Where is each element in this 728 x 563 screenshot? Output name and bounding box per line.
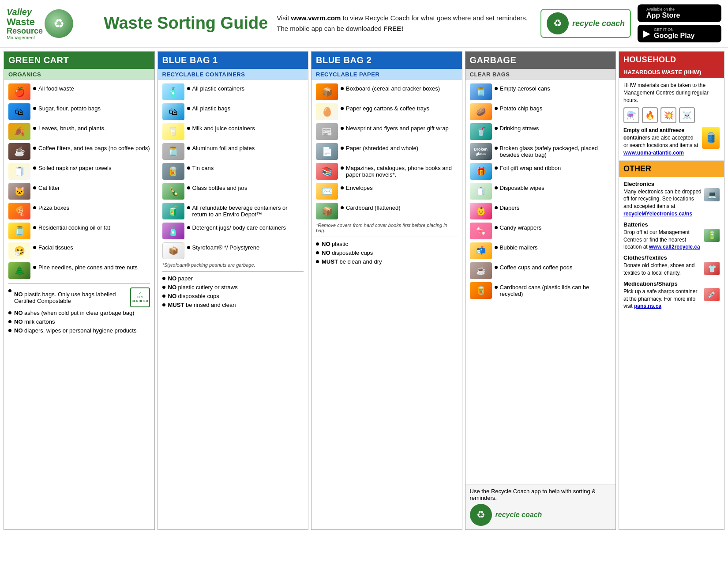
- foil-gift-icon: 🎁: [470, 163, 492, 180]
- detergent-icon: 🧴: [162, 223, 184, 239]
- chip-bag-icon: 🥔: [470, 103, 492, 120]
- list-item: 🍾 Glass bottles and jars: [162, 183, 304, 200]
- styro-icon: 📦: [162, 242, 184, 259]
- bullet: [341, 107, 344, 110]
- rc-footer-logo: ♻ recycle coach: [470, 504, 612, 526]
- blue-bag1-body: 🧴 All plastic containers 🛍 All plastic b…: [158, 80, 308, 529]
- batteries-text: Drop off at our Management Centres or fi…: [623, 229, 702, 251]
- hhw-other-column: HOUSEHOLD HAZARDOUS WASTE (HHW) HHW mate…: [619, 51, 724, 530]
- item-text: Bubble mailers: [500, 244, 538, 251]
- no-item: NO ashes (when cold put in clear garbage…: [8, 310, 150, 316]
- list-item: 🍕 Pizza boxes: [8, 203, 150, 219]
- no-item-text: NO ashes (when cold put in clear garbage…: [14, 310, 134, 316]
- rc-footer-icon: ♻: [470, 504, 492, 526]
- logo-waste: Waste: [7, 17, 43, 27]
- item-text: Pine needles, pine cones and tree nuts: [38, 264, 138, 271]
- bullet: [33, 166, 36, 170]
- item-text: Cat litter: [38, 185, 60, 191]
- list-item: 🫙 Aluminum foil and plates: [162, 143, 304, 160]
- list-item: ☕ Coffee cups and coffee pods: [470, 262, 612, 279]
- app-store-button[interactable]: Available on the App Store: [638, 4, 721, 22]
- hhw-body-text: HHW materials can be taken to the Manage…: [623, 82, 720, 104]
- tin-icon: 🥫: [162, 163, 184, 180]
- item-text: Coffee cups and coffee pods: [500, 264, 573, 271]
- straw-icon: 🥤: [470, 123, 492, 140]
- hhw-symbols-row: ⚗️ 🔥 💥 ☠️: [623, 107, 720, 123]
- item-text: Cardboard cans (plastic lids can be recy…: [500, 284, 612, 297]
- item-text: Styrofoam® */ Polystyrene: [192, 244, 260, 251]
- electronics-icon: 💻: [704, 188, 720, 201]
- blue-bag2-list: 📦 Boxboard (cereal and cracker boxes) 🥚 …: [316, 83, 458, 219]
- no-item-text: MUST be clean and dry: [322, 258, 382, 265]
- item-text: Leaves, brush, and plants.: [38, 125, 106, 132]
- green-cart-column: GREEN CART ORGANICS 🍎 All food waste 🛍: [4, 51, 155, 530]
- other-header: OTHER: [619, 161, 724, 177]
- garbage-body: 🫙 Empty aerosol cans 🥔 Potato chip bags …: [465, 80, 616, 484]
- no-item: MUST be rinsed and clean: [162, 302, 304, 308]
- bullet: [495, 246, 498, 249]
- blue2-note: *Remove covers from hard cover books fir…: [316, 223, 458, 233]
- aerosol-icon: 🫙: [470, 83, 492, 100]
- blue1-note: *Styrofoam® packing peanuts are garbage.: [162, 262, 304, 268]
- box-icon: 📦: [316, 83, 338, 100]
- list-item: 👶 Diapers: [470, 203, 612, 219]
- bullet: [187, 246, 190, 249]
- batteries-label: Batteries: [623, 221, 720, 228]
- milk-icon: 🥛: [162, 123, 184, 140]
- bullet: [495, 147, 498, 150]
- bullet: [495, 127, 498, 130]
- item-text: Empty aerosol cans: [500, 85, 550, 92]
- foil-icon: 🫙: [162, 143, 184, 160]
- electronics-link[interactable]: recycleMYelectronics.ca/ns: [623, 211, 692, 217]
- electronics-text: Many electronics can be dropped off for …: [623, 188, 702, 218]
- garbage-header: GARBAGE: [465, 52, 616, 69]
- medications-link[interactable]: pans.ns.ca: [634, 303, 661, 309]
- batteries-category: Batteries Drop off at our Management Cen…: [623, 221, 720, 251]
- bullet: [33, 266, 36, 269]
- pine-icon: 🌲: [8, 262, 30, 279]
- green-cart-list: 🍎 All food waste 🛍 Sugar, flour, potato …: [8, 83, 150, 279]
- item-text: Tin cans: [192, 165, 214, 171]
- no-item-text: NO plastic: [322, 241, 348, 247]
- no-item-text: NO plastic bags. Only use bags labelled …: [14, 291, 127, 304]
- list-item: 🫙 Empty aerosol cans: [470, 83, 612, 100]
- bullet: [187, 226, 190, 229]
- bullet: [8, 311, 11, 314]
- logo-area: Valley Waste Resource Management ♻: [7, 7, 99, 40]
- bullet: [341, 87, 344, 90]
- list-item: 🥫 Cardboard cans (plastic lids can be re…: [470, 282, 612, 299]
- blue-bag1-subtitle: RECYCLABLE CONTAINERS: [162, 71, 304, 78]
- list-item: 🥔 Potato chip bags: [470, 103, 612, 120]
- no-item: NO disposable cups: [316, 249, 458, 256]
- electronics-category: Electronics Many electronics can be drop…: [623, 181, 720, 218]
- other-body: Electronics Many electronics can be drop…: [619, 177, 724, 529]
- bullet: [187, 186, 190, 189]
- list-item: ☕ Coffee filters, and tea bags (no coffe…: [8, 143, 150, 160]
- hhw-subtitle: HAZARDOUS WASTE (HHW): [623, 69, 720, 76]
- logo-circle-icon: ♻: [45, 9, 73, 38]
- medications-category: Medications/Sharps Pick up a safe sharps…: [623, 280, 720, 310]
- bullet: [495, 206, 498, 209]
- hhw-link[interactable]: www.uoma-atlantic.com: [623, 150, 684, 156]
- website-link[interactable]: www.vwrm.com: [291, 14, 341, 22]
- item-text: All plastic containers: [192, 85, 245, 92]
- bullet: [187, 166, 190, 170]
- google-play-button[interactable]: ▶ GET IT ON Google Play: [638, 25, 721, 42]
- magazine-icon: 📚: [316, 163, 338, 180]
- list-item: 📬 Bubble mailers: [470, 242, 612, 259]
- blue-bag1-column: BLUE BAG 1 RECYCLABLE CONTAINERS 🧴 All p…: [158, 51, 309, 530]
- bullet: [316, 242, 319, 246]
- batteries-link[interactable]: www.call2recycle.ca: [649, 244, 700, 250]
- item-text: Diapers: [500, 204, 520, 211]
- garbage-footer: Use the Recycle Coach app to help with s…: [465, 484, 616, 529]
- candy-icon: 🍬: [470, 223, 492, 239]
- item-text: Pizza boxes: [38, 204, 69, 211]
- green-cart-body: 🍎 All food waste 🛍 Sugar, flour, potato …: [4, 80, 154, 529]
- no-items-section: NO paper NO plastic cutlery or straws NO…: [162, 271, 304, 308]
- bullet: [187, 107, 190, 110]
- list-item: Broken glass Broken glass (safely packag…: [470, 143, 612, 160]
- bullet: [187, 127, 190, 130]
- no-item: NO diapers, wipes or personal hygiene pr…: [8, 327, 150, 334]
- recycle-coach-text: recycle coach: [572, 19, 625, 28]
- list-item: 🫙 Residential cooking oil or fat: [8, 223, 150, 239]
